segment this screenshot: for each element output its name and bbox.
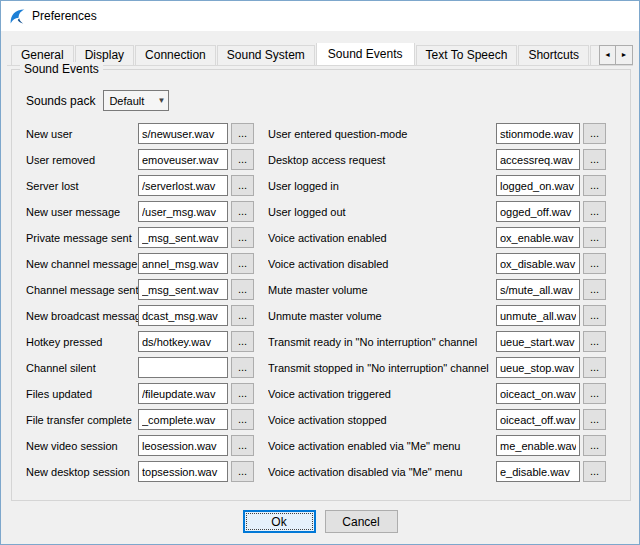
- browse-button[interactable]: ...: [231, 175, 254, 196]
- sound-file-input[interactable]: [496, 175, 580, 196]
- sound-file-input[interactable]: [138, 357, 228, 378]
- sound-event-label: Voice activation enabled: [268, 232, 496, 244]
- sound-event-label: New user: [26, 128, 138, 140]
- browse-button[interactable]: ...: [231, 383, 254, 404]
- sounds-pack-select[interactable]: Default ▼: [103, 90, 169, 111]
- browse-button[interactable]: ...: [231, 227, 254, 248]
- browse-button[interactable]: ...: [583, 409, 606, 430]
- sound-event-label: Server lost: [26, 180, 138, 192]
- browse-button[interactable]: ...: [231, 279, 254, 300]
- sound-events-group: Sound Events Sounds pack Default ▼ New u…: [11, 69, 631, 501]
- sound-event-row: User logged in...: [268, 175, 606, 196]
- sound-event-label: Voice activation enabled via "Me" menu: [268, 440, 496, 452]
- sound-file-input[interactable]: [138, 201, 228, 222]
- sound-event-label: Voice activation triggered: [268, 388, 496, 400]
- sound-file-input[interactable]: [496, 461, 580, 482]
- tab-sound-system[interactable]: Sound System: [217, 45, 315, 65]
- sound-file-input[interactable]: [496, 383, 580, 404]
- sound-event-label: Voice activation disabled via "Me" menu: [268, 466, 496, 478]
- sound-file-input[interactable]: [496, 357, 580, 378]
- sound-file-input[interactable]: [496, 279, 580, 300]
- browse-button[interactable]: ...: [583, 175, 606, 196]
- tab-shortcuts[interactable]: Shortcuts: [518, 45, 589, 65]
- browse-button[interactable]: ...: [583, 357, 606, 378]
- browse-button[interactable]: ...: [231, 149, 254, 170]
- browse-button[interactable]: ...: [231, 409, 254, 430]
- browse-button[interactable]: ...: [231, 331, 254, 352]
- sound-events-right-column: User entered question-mode...Desktop acc…: [268, 123, 606, 487]
- browse-button[interactable]: ...: [583, 253, 606, 274]
- sound-file-input[interactable]: [138, 383, 228, 404]
- sound-event-row: Voice activation disabled via "Me" menu.…: [268, 461, 606, 482]
- sound-file-input[interactable]: [138, 461, 228, 482]
- sound-file-input[interactable]: [496, 409, 580, 430]
- sound-file-input[interactable]: [496, 201, 580, 222]
- browse-button[interactable]: ...: [231, 305, 254, 326]
- tab-sound-events[interactable]: Sound Events: [316, 43, 415, 66]
- sound-event-label: Mute master volume: [268, 284, 496, 296]
- browse-button[interactable]: ...: [231, 201, 254, 222]
- sound-file-input[interactable]: [138, 149, 228, 170]
- browse-button[interactable]: ...: [583, 201, 606, 222]
- sound-event-label: Private message sent: [26, 232, 138, 244]
- sound-event-row: New channel message...: [26, 253, 254, 274]
- sound-event-row: New user message...: [26, 201, 254, 222]
- tab-connection[interactable]: Connection: [135, 45, 216, 65]
- sound-file-input[interactable]: [496, 253, 580, 274]
- sound-file-input[interactable]: [496, 435, 580, 456]
- sound-event-label: Channel silent: [26, 362, 138, 374]
- browse-button[interactable]: ...: [231, 435, 254, 456]
- sound-file-input[interactable]: [496, 331, 580, 352]
- sound-event-label: User logged out: [268, 206, 496, 218]
- sound-file-input[interactable]: [496, 149, 580, 170]
- browse-button[interactable]: ...: [231, 357, 254, 378]
- sound-file-input[interactable]: [496, 305, 580, 326]
- browse-button[interactable]: ...: [583, 305, 606, 326]
- sound-file-input[interactable]: [138, 331, 228, 352]
- sound-event-label: New desktop session: [26, 466, 138, 478]
- sound-event-label: User removed: [26, 154, 138, 166]
- sound-event-row: Transmit stopped in "No interruption" ch…: [268, 357, 606, 378]
- browse-button[interactable]: ...: [583, 149, 606, 170]
- sound-event-row: File transfer complete...: [26, 409, 254, 430]
- sound-event-row: Server lost...: [26, 175, 254, 196]
- sound-event-row: New video session...: [26, 435, 254, 456]
- sound-file-input[interactable]: [138, 435, 228, 456]
- sounds-pack-value: Default: [109, 95, 144, 107]
- browse-button[interactable]: ...: [583, 227, 606, 248]
- group-title: Sound Events: [20, 62, 103, 76]
- sound-event-row: Channel silent...: [26, 357, 254, 378]
- sound-event-row: New broadcast message...: [26, 305, 254, 326]
- browse-button[interactable]: ...: [583, 383, 606, 404]
- sound-event-label: New user message: [26, 206, 138, 218]
- browse-button[interactable]: ...: [231, 123, 254, 144]
- sound-file-input[interactable]: [138, 279, 228, 300]
- sound-event-label: Voice activation stopped: [268, 414, 496, 426]
- browse-button[interactable]: ...: [583, 461, 606, 482]
- tab-scroll-right-icon[interactable]: ►: [616, 45, 633, 65]
- sound-file-input[interactable]: [138, 305, 228, 326]
- browse-button[interactable]: ...: [583, 331, 606, 352]
- sound-file-input[interactable]: [138, 175, 228, 196]
- sound-event-row: Voice activation enabled via "Me" menu..…: [268, 435, 606, 456]
- browse-button[interactable]: ...: [231, 461, 254, 482]
- sound-event-row: Transmit ready in "No interruption" chan…: [268, 331, 606, 352]
- browse-button[interactable]: ...: [231, 253, 254, 274]
- ok-button[interactable]: Ok: [243, 510, 316, 533]
- sound-file-input[interactable]: [496, 123, 580, 144]
- sound-event-row: Voice activation enabled...: [268, 227, 606, 248]
- sound-file-input[interactable]: [138, 409, 228, 430]
- tab-text-to-speech[interactable]: Text To Speech: [416, 45, 518, 65]
- cancel-button[interactable]: Cancel: [325, 510, 398, 533]
- sound-event-row: Channel message sent...: [26, 279, 254, 300]
- sound-file-input[interactable]: [138, 253, 228, 274]
- tab-scroll-left-icon[interactable]: ◄: [599, 45, 616, 65]
- browse-button[interactable]: ...: [583, 435, 606, 456]
- sound-file-input[interactable]: [138, 227, 228, 248]
- sound-file-input[interactable]: [496, 227, 580, 248]
- sound-event-row: Unmute master volume...: [268, 305, 606, 326]
- sound-file-input[interactable]: [138, 123, 228, 144]
- sound-event-label: Hotkey pressed: [26, 336, 138, 348]
- browse-button[interactable]: ...: [583, 123, 606, 144]
- browse-button[interactable]: ...: [583, 279, 606, 300]
